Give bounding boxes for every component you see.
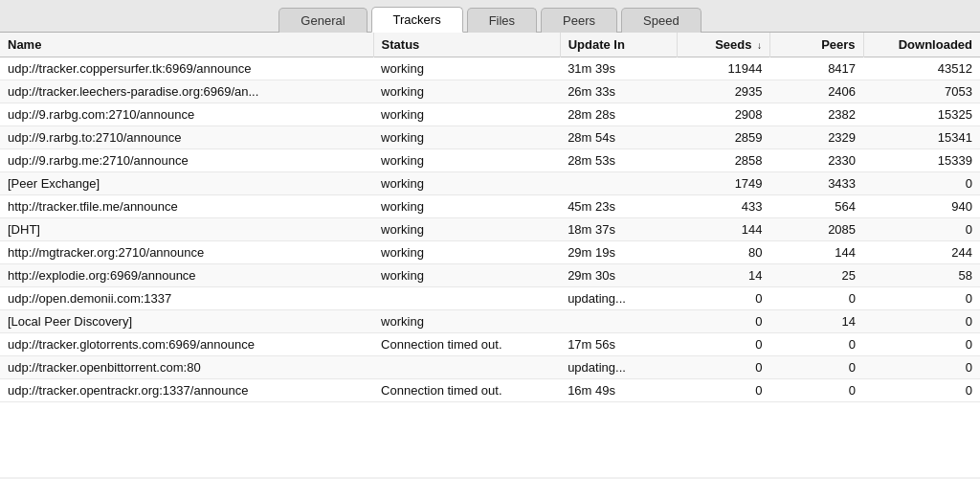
tab-general[interactable]: General <box>278 8 367 33</box>
sort-arrow-seeds: ↓ <box>757 40 762 51</box>
header-row: Name Status Update In Seeds ↓ Peers Down… <box>0 33 980 57</box>
table-row[interactable]: [Local Peer Discovery]working0140 <box>0 310 980 333</box>
tab-trackers[interactable]: Trackers <box>371 7 463 33</box>
table-row[interactable]: http://tracker.tfile.me/announceworking4… <box>0 195 980 218</box>
tab-files[interactable]: Files <box>467 8 537 33</box>
table-row[interactable]: udp://9.rarbg.to:2710/announceworking28m… <box>0 126 980 149</box>
table-row[interactable]: http://explodie.org:6969/announceworking… <box>0 264 980 287</box>
col-header-status[interactable]: Status <box>373 33 560 57</box>
table-row[interactable]: [DHT]working18m 37s14420850 <box>0 218 980 241</box>
table-row[interactable]: udp://tracker.leechers-paradise.org:6969… <box>0 80 980 103</box>
col-header-name[interactable]: Name <box>0 33 373 57</box>
tab-bar: GeneralTrackersFilesPeersSpeed <box>0 0 980 33</box>
trackers-table: Name Status Update In Seeds ↓ Peers Down… <box>0 33 980 402</box>
table-header: Name Status Update In Seeds ↓ Peers Down… <box>0 33 980 57</box>
table-body: udp://tracker.coppersurfer.tk:6969/annou… <box>0 57 980 402</box>
table-container: Name Status Update In Seeds ↓ Peers Down… <box>0 33 980 477</box>
table-row[interactable]: udp://9.rarbg.com:2710/announceworking28… <box>0 103 980 126</box>
table-row[interactable]: udp://9.rarbg.me:2710/announceworking28m… <box>0 149 980 172</box>
table-row[interactable]: http://mgtracker.org:2710/announceworkin… <box>0 241 980 264</box>
table-row[interactable]: udp://tracker.opentrackr.org:1337/announ… <box>0 379 980 402</box>
table-row[interactable]: udp://tracker.openbittorrent.com:80updat… <box>0 356 980 379</box>
col-header-peers[interactable]: Peers <box>770 33 864 57</box>
table-row[interactable]: [Peer Exchange]working174934330 <box>0 172 980 195</box>
table-row[interactable]: udp://tracker.coppersurfer.tk:6969/annou… <box>0 57 980 80</box>
table-row[interactable]: udp://open.demonii.com:1337updating...00… <box>0 287 980 310</box>
col-header-seeds[interactable]: Seeds ↓ <box>677 33 770 57</box>
tab-peers[interactable]: Peers <box>541 8 617 33</box>
tab-speed[interactable]: Speed <box>621 8 702 33</box>
col-header-update[interactable]: Update In <box>560 33 677 57</box>
table-row[interactable]: udp://tracker.glotorrents.com:6969/annou… <box>0 333 980 356</box>
col-header-downloaded[interactable]: Downloaded <box>863 33 980 57</box>
